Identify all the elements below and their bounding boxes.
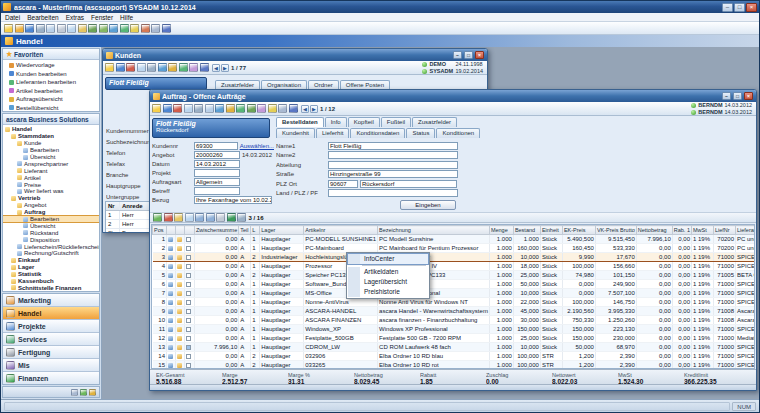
grid-row[interactable]: 70,00A1HauptlagerMS-OfficeMS Office Prof… [153, 289, 756, 298]
tree-item-übersicht[interactable]: Übersicht [3, 222, 99, 229]
grid-row[interactable]: 60,00A1HauptlagerSoftware_BundleSoftware… [153, 280, 756, 289]
eingeben-button[interactable]: Eingeben [400, 200, 456, 210]
position-checkbox[interactable] [186, 237, 191, 242]
tab-konditionen[interactable]: Konditionen [436, 128, 480, 138]
address-value-plz-ort[interactable]: 90607 [328, 180, 358, 188]
history-icon[interactable] [189, 63, 198, 72]
grid-column-header[interactable]: EK-Preis [562, 226, 595, 235]
calculator-icon[interactable] [151, 24, 160, 33]
delete-position-icon[interactable] [164, 213, 173, 222]
context-menu-item-infocenter[interactable]: InfoCenter [348, 254, 428, 264]
print-preview-icon[interactable] [46, 24, 55, 33]
grid-row[interactable]: 80,00A1HauptlagerNonne-AntiVirusNonne An… [153, 298, 756, 307]
position-checkbox[interactable] [186, 264, 191, 269]
favorite-item-kunden-bearbeiten[interactable]: Kunden bearbeiten [3, 70, 99, 79]
grid-column-header[interactable]: Zwischensumme [195, 226, 239, 235]
new-order-icon[interactable] [152, 104, 161, 113]
copy-icon[interactable] [184, 104, 193, 113]
favorite-item-lieferanten-bearbeiten[interactable]: Lieferanten bearbeiten [3, 78, 99, 87]
context-menu-item-artikeldaten[interactable]: Artikeldaten [348, 267, 428, 277]
add-position-icon[interactable] [153, 213, 162, 222]
contacts-column-header[interactable]: Nr [106, 202, 120, 210]
grid-column-header[interactable]: Bezeichnung [378, 226, 490, 235]
menu-datei[interactable]: Datei [5, 14, 20, 21]
grid-row[interactable]: 120,00A1HauptlagerFestplatte_500GBFestpl… [153, 334, 756, 343]
solutions-header[interactable]: ascara Business Solutions [3, 114, 99, 125]
grid-column-header[interactable]: VK-Preis Brutto [595, 226, 636, 235]
tab-info[interactable]: Info [325, 117, 347, 127]
menu-hilfe[interactable]: Hilfe [120, 14, 133, 21]
new-customer-icon[interactable] [105, 63, 114, 72]
info-icon[interactable] [289, 104, 298, 113]
tree-item-preise[interactable]: Preise [3, 181, 99, 188]
position-checkbox[interactable] [186, 291, 191, 296]
grid-column-header[interactable] [176, 226, 185, 235]
tree-item-bearbeiten[interactable]: Bearbeiten [3, 147, 99, 154]
module-button-finanzen[interactable]: Finanzen [3, 372, 99, 385]
tab-bestelldaten[interactable]: Bestelldaten [276, 117, 324, 127]
module-button-fertigung[interactable]: Fertigung [3, 346, 99, 359]
position-checkbox[interactable] [186, 273, 191, 278]
delete-icon[interactable] [126, 63, 135, 72]
help-icon[interactable] [162, 24, 171, 33]
move-up-icon[interactable] [195, 213, 204, 222]
kunden-title-bar[interactable]: Kunden – □ × [103, 49, 487, 61]
position-checkbox[interactable] [186, 309, 191, 314]
grid-row[interactable]: 137.996,10A1HauptlagerCDROM_LWCD ROM Lau… [153, 343, 756, 352]
grid-column-header[interactable]: LiefNr [714, 226, 736, 235]
grid-column-header[interactable]: Lieferant [736, 226, 756, 235]
address-value-straße[interactable]: Hinzingerstraße 99 [328, 170, 458, 178]
grid-column-header[interactable]: Lager [260, 226, 304, 235]
edit-position-icon[interactable] [174, 213, 183, 222]
address-value-name2[interactable] [328, 151, 458, 159]
tree-item-stammdaten[interactable]: Stammdaten [3, 133, 99, 140]
open-icon[interactable] [15, 24, 24, 33]
position-checkbox[interactable] [186, 246, 191, 251]
tab-zusatzfelder[interactable]: Zusatzfelder [412, 117, 457, 127]
tree-item-übersicht[interactable]: Übersicht [3, 154, 99, 161]
grid-column-header[interactable]: Menge [489, 226, 513, 235]
tree-item-lieferant[interactable]: Lieferant [3, 167, 99, 174]
address-value-name1[interactable]: Flott Fleißig [328, 142, 458, 150]
previous-record-icon[interactable]: ◀ [212, 64, 220, 72]
grid-column-header[interactable]: Pos [153, 226, 167, 235]
favorite-item-bestellübersicht[interactable]: Bestellübersicht [3, 104, 99, 113]
grid-row[interactable]: 40,00A1HauptlagerProzessorProzessor Pent… [153, 262, 756, 271]
auftrag-close-button[interactable]: × [744, 92, 753, 100]
grid-row[interactable]: 150,00A2Hauptlager033265Elba Ordner 10 R… [153, 361, 756, 370]
context-menu-item-preishistorie[interactable]: Preishistorie [348, 287, 428, 297]
undo-icon[interactable] [88, 24, 97, 33]
position-checkbox[interactable] [186, 354, 191, 359]
cut-icon[interactable] [57, 24, 66, 33]
delivery-note-icon[interactable] [257, 104, 266, 113]
copy-position-icon[interactable] [185, 213, 194, 222]
search-icon[interactable] [109, 24, 118, 33]
print-icon[interactable] [36, 24, 45, 33]
auftrag-minimize-button[interactable]: – [722, 92, 731, 100]
field-value-projekt[interactable] [194, 169, 240, 177]
grid-column-header[interactable]: L [251, 226, 260, 235]
context-menu-item-lagerübersicht[interactable]: Lagerübersicht [348, 277, 428, 287]
copy-icon[interactable] [137, 63, 146, 72]
positions-icon[interactable] [247, 104, 256, 113]
print-icon[interactable] [194, 104, 203, 113]
auftrag-maximize-button[interactable]: □ [733, 92, 742, 100]
position-checkbox[interactable] [186, 345, 191, 350]
tree-item-kassenbuch[interactable]: Kassenbuch [3, 278, 99, 285]
kunden-maximize-button[interactable]: □ [464, 51, 473, 59]
tree-item-statistik[interactable]: Statistik [3, 271, 99, 278]
save-icon[interactable] [116, 63, 125, 72]
grid-row[interactable]: 10,00A1HauptlagerPC-MODELL SUNSHINE1PC M… [153, 235, 756, 244]
grid-column-header[interactable]: Bestand [513, 226, 540, 235]
grid-row[interactable]: 90,00A1HauptlagerASCARA-HANDELascara Han… [153, 307, 756, 316]
invoice-icon[interactable] [268, 104, 277, 113]
position-checkbox[interactable] [186, 282, 191, 287]
minimize-button[interactable]: – [722, 3, 733, 12]
search-icon[interactable] [158, 63, 167, 72]
menu-fenster[interactable]: Fenster [91, 14, 113, 21]
grid-row[interactable]: 100,00A1HauptlagerASCARA FINANZENascara … [153, 316, 756, 325]
refresh-icon[interactable] [236, 104, 245, 113]
search-icon[interactable] [215, 104, 224, 113]
address-value-abteilung[interactable] [328, 161, 458, 169]
tab-lieferhit[interactable]: Lieferhit [316, 128, 349, 138]
